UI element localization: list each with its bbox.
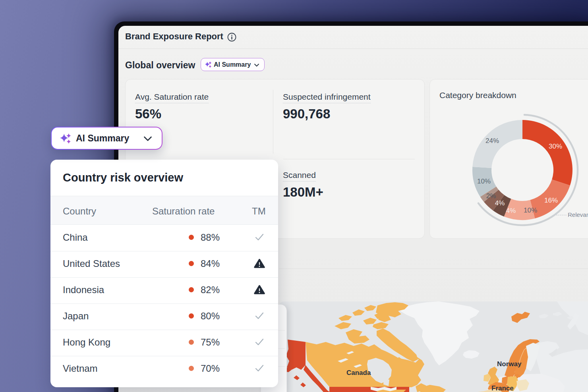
- svg-text:10%: 10%: [524, 207, 537, 214]
- svg-text:4%: 4%: [506, 207, 516, 214]
- svg-text:16%: 16%: [544, 197, 558, 204]
- svg-text:24%: 24%: [485, 137, 499, 145]
- svg-text:10%: 10%: [477, 178, 491, 185]
- svg-text:4%: 4%: [495, 199, 505, 207]
- svg-text:30%: 30%: [549, 143, 562, 150]
- svg-text:2%: 2%: [486, 192, 496, 200]
